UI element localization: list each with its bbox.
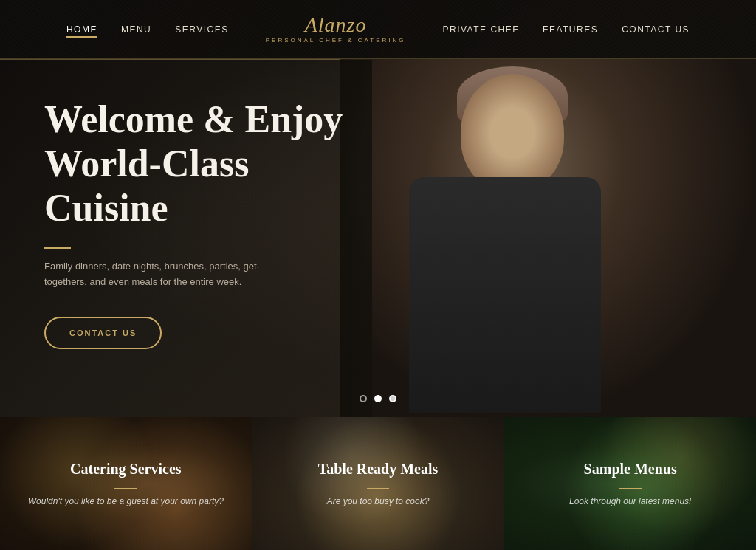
hero-title-line1: Welcome & Enjoy bbox=[44, 98, 343, 140]
card-3-content: Sample Menus Look through our latest men… bbox=[504, 417, 756, 550]
bottom-cards: Catering Services Wouldn't you like to b… bbox=[0, 417, 756, 550]
nav-left: HOME MENU SERVICES bbox=[66, 21, 229, 38]
nav-menu[interactable]: MENU bbox=[121, 21, 151, 38]
card-3-divider bbox=[619, 488, 642, 489]
chef-figure bbox=[372, 59, 756, 417]
card-1-text: Wouldn't you like to be a guest at your … bbox=[28, 496, 224, 506]
header: HOME MENU SERVICES Alanzo PERSONAL CHEF … bbox=[0, 0, 756, 59]
card-sample-menus[interactable]: Sample Menus Look through our latest men… bbox=[504, 417, 756, 550]
slider-dots bbox=[360, 395, 396, 402]
dot-1[interactable] bbox=[360, 395, 367, 402]
card-3-text: Look through our latest menus! bbox=[569, 496, 691, 506]
chef-head bbox=[461, 74, 564, 192]
card-1-content: Catering Services Wouldn't you like to b… bbox=[0, 417, 252, 550]
card-3-title: Sample Menus bbox=[584, 461, 677, 478]
logo[interactable]: Alanzo PERSONAL CHEF & CATERING bbox=[266, 15, 406, 44]
card-table-ready-meals[interactable]: Table Ready Meals Are you too busy to co… bbox=[252, 417, 505, 550]
hero-subtitle: Family dinners, date nights, brunches, p… bbox=[44, 259, 281, 290]
nav-home[interactable]: HOME bbox=[66, 21, 97, 38]
contact-us-button[interactable]: CONTACT US bbox=[44, 317, 162, 349]
logo-name: Alanzo bbox=[266, 15, 406, 35]
hero-divider bbox=[44, 247, 71, 249]
card-2-title: Table Ready Meals bbox=[318, 461, 439, 478]
card-2-text: Are you too busy to cook? bbox=[327, 496, 430, 506]
card-2-content: Table Ready Meals Are you too busy to co… bbox=[252, 417, 504, 550]
logo-tagline: PERSONAL CHEF & CATERING bbox=[266, 37, 406, 44]
card-catering-services[interactable]: Catering Services Wouldn't you like to b… bbox=[0, 417, 252, 550]
card-1-divider bbox=[114, 488, 137, 489]
nav-services[interactable]: SERVICES bbox=[175, 21, 228, 38]
hero-title-line2: World-Class Cuisine bbox=[44, 142, 249, 229]
nav-private-chef[interactable]: PRIVATE CHEF bbox=[443, 21, 520, 38]
nav-contact-us[interactable]: CONTACT US bbox=[622, 21, 690, 38]
dot-2[interactable] bbox=[374, 395, 382, 402]
hero-title: Welcome & Enjoy World-Class Cuisine bbox=[44, 97, 371, 230]
card-1-title: Catering Services bbox=[70, 461, 182, 478]
nav-features[interactable]: FEATURES bbox=[543, 21, 598, 38]
chef-body bbox=[409, 177, 601, 413]
hero-content: Welcome & Enjoy World-Class Cuisine Fami… bbox=[0, 59, 416, 417]
chef-image bbox=[372, 59, 756, 417]
dot-3[interactable] bbox=[389, 395, 396, 402]
card-2-divider bbox=[367, 488, 389, 489]
nav-right: PRIVATE CHEF FEATURES CONTACT US bbox=[443, 21, 690, 38]
hero-section: Welcome & Enjoy World-Class Cuisine Fami… bbox=[0, 0, 756, 417]
